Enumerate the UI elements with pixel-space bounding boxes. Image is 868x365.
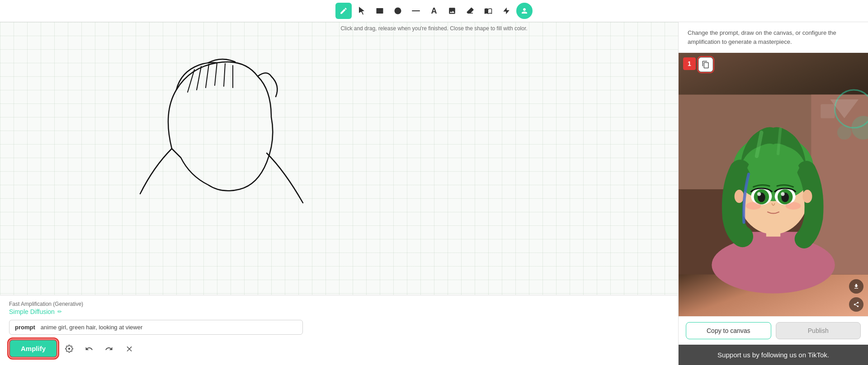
rectangle-tool-button[interactable] <box>372 3 388 19</box>
svg-point-1 <box>395 8 401 14</box>
tiktok-banner: Support us by following us on TikTok. <box>679 345 868 365</box>
prompt-input[interactable] <box>41 324 297 331</box>
canvas-section: Fast Amplification (Generative) Simple D… <box>0 22 678 365</box>
toolbar: A Click and drag, release when you're fi… <box>0 0 868 22</box>
amplification-type-label: Fast Amplification (Generative) <box>9 301 669 307</box>
prompt-label: prompt <box>15 324 35 331</box>
svg-point-24 <box>757 192 761 196</box>
amplify-button[interactable]: Amplify <box>9 339 57 358</box>
user-tool-button[interactable] <box>516 3 533 19</box>
image-tool-button[interactable] <box>444 3 460 19</box>
svg-rect-12 <box>745 232 802 270</box>
right-panel-hint: Change the prompt, draw on the canvas, o… <box>679 22 868 53</box>
canvas-svg <box>0 22 678 295</box>
image-actions-row: Copy to canvas Publish <box>679 316 868 345</box>
svg-point-17 <box>802 190 812 203</box>
svg-point-27 <box>786 202 801 210</box>
anime-svg <box>679 53 868 316</box>
clear-button[interactable] <box>121 341 137 357</box>
actions-row: Amplify <box>9 339 669 358</box>
draw-tool-button[interactable] <box>335 3 352 19</box>
svg-point-16 <box>735 190 744 203</box>
model-name-row: Simple Diffusion ✏ <box>9 308 669 315</box>
line-tool-button[interactable] <box>408 3 424 19</box>
share-image-button[interactable] <box>849 297 863 312</box>
redo-button[interactable] <box>101 341 117 357</box>
download-image-button[interactable] <box>849 279 863 294</box>
image-badge-number: 1 <box>683 57 696 70</box>
svg-rect-10 <box>821 104 835 118</box>
edit-model-icon[interactable]: ✏ <box>57 309 62 315</box>
copy-to-canvas-overlay-button[interactable] <box>698 57 713 72</box>
circle-tool-button[interactable] <box>390 3 406 19</box>
cursor-tool-button[interactable] <box>498 3 514 19</box>
model-name-text: Simple Diffusion <box>9 308 55 315</box>
book-tool-button[interactable] <box>480 3 496 19</box>
publish-button[interactable]: Publish <box>776 322 861 339</box>
svg-point-9 <box>837 126 851 140</box>
toolbar-hint: Click and drag, release when you're fini… <box>340 25 527 32</box>
bottom-panel: Fast Amplification (Generative) Simple D… <box>0 295 678 365</box>
svg-point-25 <box>781 192 784 196</box>
text-tool-button[interactable]: A <box>426 3 442 19</box>
generated-image-container: 1 <box>679 53 868 316</box>
copy-to-canvas-button[interactable]: Copy to canvas <box>686 322 771 339</box>
eraser-tool-button[interactable] <box>462 3 478 19</box>
settings-icon-button[interactable] <box>61 341 77 357</box>
main-layout: Fast Amplification (Generative) Simple D… <box>0 22 868 365</box>
select-tool-button[interactable] <box>354 3 370 19</box>
undo-button[interactable] <box>81 341 97 357</box>
right-panel: Change the prompt, draw on the canvas, o… <box>678 22 868 365</box>
drawing-canvas[interactable] <box>0 22 678 295</box>
svg-rect-2 <box>412 10 420 11</box>
svg-point-3 <box>68 347 71 350</box>
svg-point-26 <box>746 202 761 210</box>
svg-rect-0 <box>377 8 383 14</box>
prompt-row: prompt <box>9 320 303 335</box>
